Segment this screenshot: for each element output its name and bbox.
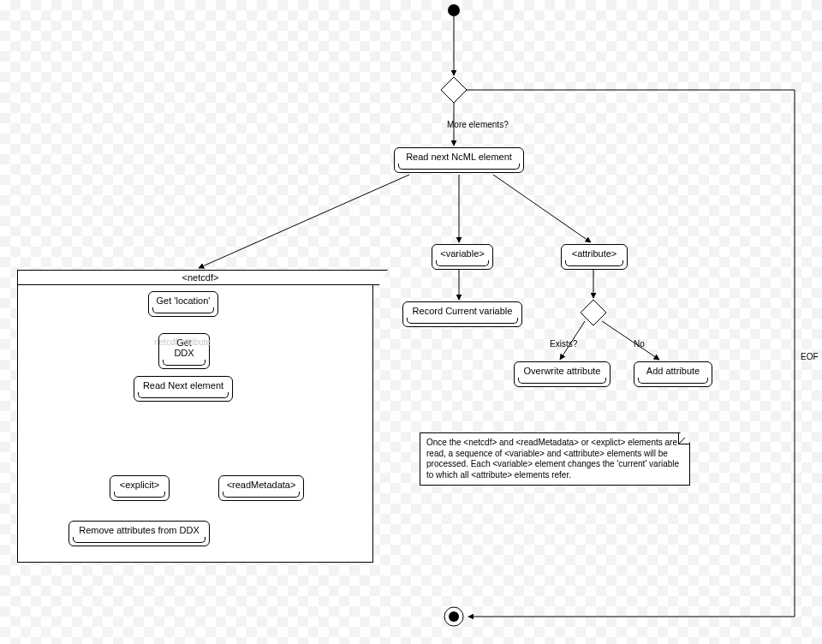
activity-label: Remove attributes from DDX — [79, 525, 200, 535]
activity-attribute: <attribute> — [561, 244, 628, 270]
activity-explicit: <explicit> — [110, 475, 170, 501]
faded-hint: netcdf attribute — [154, 337, 211, 347]
svg-line-2 — [199, 175, 409, 268]
edge-label-exists: Exists? — [548, 339, 579, 349]
activity-label: <variable> — [440, 248, 484, 259]
final-node — [449, 611, 459, 622]
svg-line-4 — [493, 175, 591, 242]
activity-overwrite-attribute: Overwrite attribute — [514, 361, 611, 387]
initial-node — [448, 4, 460, 16]
activity-label: Read next NcML element — [406, 152, 512, 162]
decision-more-elements — [441, 77, 467, 103]
note-text: Once the <netcdf> and <readMetadata> or … — [426, 438, 679, 480]
activity-label: <readMetadata> — [227, 480, 296, 490]
activity-read-next-ncml: Read next NcML element — [394, 147, 524, 173]
activity-label: <attribute> — [572, 248, 617, 259]
uml-note: Once the <netcdf> and <readMetadata> or … — [420, 432, 690, 486]
frame-title: <netcdf> — [17, 270, 388, 285]
activity-record-current-variable: Record Current variable — [402, 301, 522, 327]
activity-label: <explicit> — [120, 480, 159, 490]
edge-label-no: No — [632, 339, 646, 349]
activity-label: Add attribute — [646, 366, 700, 376]
activity-label: Read Next element — [143, 380, 223, 391]
activity-read-next-element: Read Next element — [134, 376, 233, 402]
activity-label: Overwrite attribute — [524, 366, 601, 376]
activity-read-metadata: <readMetadata> — [218, 475, 304, 501]
edge-label-more-elements: More elements? — [445, 120, 510, 129]
svg-line-8 — [602, 321, 659, 360]
activity-label: Record Current variable — [413, 306, 513, 316]
edge-label-eof: EOF — [799, 352, 820, 361]
activity-remove-attributes: Remove attributes from DDX — [68, 521, 210, 546]
activity-variable: <variable> — [432, 244, 493, 270]
activity-add-attribute: Add attribute — [634, 361, 712, 387]
frame-title-text: <netcdf> — [182, 272, 219, 283]
activity-get-location: Get 'location' — [148, 291, 218, 317]
activity-label: Get 'location' — [157, 295, 211, 306]
